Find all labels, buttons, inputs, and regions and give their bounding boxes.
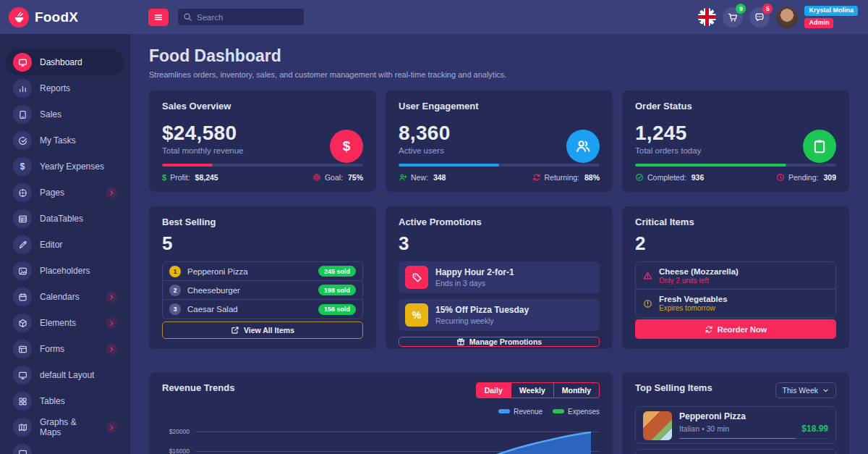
search-box	[177, 8, 305, 26]
brand[interactable]: FoodX	[0, 7, 130, 28]
critical-name: Fresh Vegetables	[659, 295, 728, 303]
best-selling-row[interactable]: 3 Caesar Salad 156 sold	[163, 300, 362, 319]
sidebar-item-dashboard[interactable]: Dashboard	[6, 49, 124, 75]
sidebar-item-label: Forms	[40, 344, 64, 354]
promotion-name: Happy Hour 2-for-1	[435, 267, 514, 277]
sidebar-item-icon	[13, 105, 32, 124]
sidebar-item-icon	[13, 79, 32, 98]
sidebar-item-placeholders[interactable]: Placeholders	[6, 258, 124, 284]
critical-row[interactable]: Fresh Vegetables Expires tomorrow	[636, 290, 835, 317]
active-promotions-title: Active Promotions	[399, 217, 600, 227]
stat-foot-right: Goal:75%	[312, 173, 363, 182]
clock-icon	[776, 173, 785, 182]
y-axis-tick: $16000	[162, 447, 190, 454]
sidebar-item-label: Pages	[40, 188, 64, 198]
sold-badge: 245 sold	[318, 266, 356, 277]
sidebar-item-icon	[13, 366, 32, 384]
critical-row[interactable]: Cheese (Mozzarella) Only 2 units left	[636, 262, 835, 290]
chart-tab-weekly[interactable]: Weekly	[511, 383, 553, 398]
external-link-icon	[231, 326, 239, 335]
promotion-row[interactable]: % 15% Off Pizza Tuesday Recurring weekly	[399, 299, 600, 331]
top-selling-items-card: Top Selling Items This Week Pepperoni Pi…	[622, 372, 849, 454]
pen-icon	[18, 240, 27, 250]
search-input[interactable]	[177, 8, 305, 26]
best-selling-row[interactable]: 2 Cheeseburger 198 sold	[163, 281, 362, 300]
messages-badge: 5	[762, 4, 773, 14]
stat-big-icon	[803, 130, 836, 163]
main-content: Food Dashboard Streamlines orders, inven…	[130, 34, 868, 454]
messages-button[interactable]: 5	[749, 7, 770, 28]
stat-progress	[635, 164, 836, 167]
alert-circle-icon	[643, 299, 652, 308]
chevron-right-icon	[106, 317, 117, 329]
user-avatar[interactable]	[776, 7, 798, 28]
chart-period-tabs: Daily Weekly Monthly	[476, 382, 600, 398]
map-icon	[18, 423, 27, 432]
critical-items-card: Critical Items 2 Cheese (Mozzarella) Onl…	[622, 206, 849, 349]
stat-foot-left: Completed:936	[635, 173, 704, 182]
sidebar-item-tables[interactable]: Tables	[6, 388, 124, 414]
promotion-sub: Ends in 3 days	[435, 279, 514, 287]
sidebar-item-yearly-expenses[interactable]: $ Yearly Expenses	[6, 154, 124, 180]
sidebar-item-forms[interactable]: Forms	[6, 336, 124, 362]
stat-foot-left: New:348	[399, 173, 446, 182]
sidebar-item-icon	[13, 340, 32, 358]
reorder-now-button[interactable]: Reorder Now	[635, 319, 836, 339]
chat-icon	[754, 12, 765, 22]
sidebar-nav: Dashboard Reports Sales My Tasks $ Yearl…	[0, 34, 130, 454]
promotion-row[interactable]: Happy Hour 2-for-1 Ends in 3 days	[399, 261, 600, 293]
sold-badge: 156 sold	[318, 304, 356, 315]
top-selling-row[interactable]: Double Cheeseburger	[635, 449, 836, 454]
chart-tab-monthly[interactable]: Monthly	[553, 383, 599, 398]
top-item-name: Pepperoni Pizza	[679, 411, 828, 421]
dollar-icon: $	[20, 161, 25, 172]
stat-foot-left: $ Profit:$8,245	[162, 173, 218, 182]
sidebar-item-icon: $	[13, 157, 32, 176]
chart-tab-daily[interactable]: Daily	[477, 383, 511, 398]
sidebar-item-pages[interactable]: Pages	[6, 180, 124, 206]
top-selling-row[interactable]: Pepperoni Pizza Italian • 30 min $18.99	[635, 406, 836, 444]
active-promotions-count: 3	[399, 232, 600, 255]
person-plus-icon	[399, 173, 407, 182]
manage-promotions-button[interactable]: Manage Promotions	[399, 337, 600, 347]
sidebar-item-editor[interactable]: Editor	[6, 232, 124, 258]
bottom-row: Revenue Trends Daily Weekly Monthly Reve…	[149, 372, 849, 454]
cart-button[interactable]: 9	[723, 7, 743, 28]
sidebar-item-datatables[interactable]: DataTables	[6, 206, 124, 232]
view-all-items-button[interactable]: View All Items	[162, 321, 363, 339]
monitor-icon	[18, 449, 27, 454]
bowl-icon	[13, 11, 25, 23]
top-item-progress	[679, 438, 828, 439]
promotion-icon-box	[405, 266, 428, 289]
sidebar-item-reports[interactable]: Reports	[6, 75, 124, 101]
best-selling-row[interactable]: 1 Pepperoni Pizza 245 sold	[163, 262, 362, 281]
bar-chart-icon	[18, 84, 27, 93]
chart-legend: Revenue Expenses	[162, 408, 600, 414]
critical-items-list: Cheese (Mozzarella) Only 2 units left Fr…	[635, 261, 836, 318]
chevron-right-icon	[109, 346, 115, 353]
sidebar-item-default-layout[interactable]: default Layout	[6, 362, 124, 388]
promotion-sub: Recurring weekly	[435, 316, 529, 325]
critical-name: Cheese (Mozzarella)	[659, 267, 739, 276]
sidebar-item-sales[interactable]: Sales	[6, 101, 124, 127]
refresh-icon	[532, 173, 541, 182]
sidebar-item-partial[interactable]	[6, 440, 124, 454]
calendar-icon	[18, 293, 27, 302]
sidebar-item-label: Sales	[40, 109, 61, 119]
sidebar-item-label: default Layout	[40, 370, 94, 380]
critical-items-count: 2	[635, 232, 836, 255]
sidebar-item-elements[interactable]: Elements	[6, 310, 124, 336]
sidebar-item-my-tasks[interactable]: My Tasks	[6, 127, 124, 154]
sidebar-item-graphs-maps[interactable]: Graphs & Maps	[6, 414, 124, 440]
disc-icon	[18, 188, 27, 198]
week-filter-dropdown[interactable]: This Week	[775, 382, 836, 398]
item-photo	[643, 411, 672, 440]
stat-title: User Engagement	[399, 101, 600, 112]
legend-expenses: Expenses	[553, 408, 600, 416]
check-circle-icon	[635, 173, 644, 182]
menu-toggle-button[interactable]	[148, 9, 169, 26]
sidebar-item-calendars[interactable]: Calendars	[6, 284, 124, 310]
language-flag-uk[interactable]	[698, 8, 716, 26]
sidebar-item-icon	[13, 261, 32, 280]
cube-icon	[18, 319, 27, 328]
